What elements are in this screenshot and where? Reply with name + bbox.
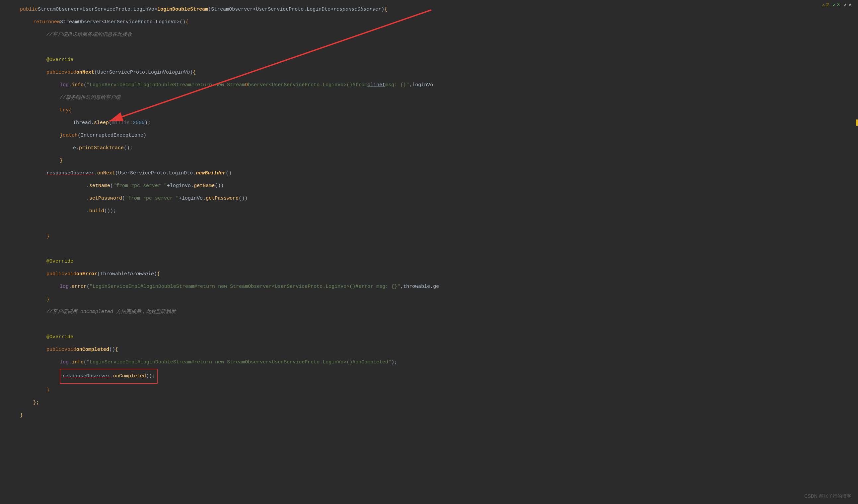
line-33: } <box>20 409 858 422</box>
dot2: . <box>153 16 156 29</box>
dot-resp2: . <box>110 373 113 379</box>
line-6: public void onNext(UserServiceProto.Logi… <box>20 66 858 79</box>
comma-log1: , <box>409 79 412 92</box>
line-10: Thread.sleep( millis: 2000); <box>20 117 858 129</box>
check-badge: ✔ 3 <box>833 2 840 7</box>
paren-onnext-close: ) <box>190 66 193 79</box>
paren-error: ( <box>86 280 90 293</box>
line-13: } <box>20 155 858 167</box>
comment-client-send: //客户端推送给服务端的消息在此接收 <box>46 29 132 41</box>
check-count: 3 <box>837 2 840 7</box>
dot-log1: . <box>69 79 72 92</box>
brace-method-close: } <box>20 409 23 422</box>
class-loginvo3: LoginVo <box>148 66 169 79</box>
line-4 <box>20 41 858 54</box>
var-e: e <box>140 129 143 142</box>
brace-catch-close: } <box>60 155 63 167</box>
hint-millis: millis: <box>112 117 133 129</box>
field-log: log <box>60 79 69 92</box>
paren-setpassword-open: ( <box>122 192 125 205</box>
string-clinet: clinet <box>367 79 385 92</box>
kw-try: try <box>60 104 69 117</box>
paren-build: ()); <box>104 205 116 217</box>
line-14: responseObserver.onNext(UserServiceProto… <box>20 167 858 180</box>
dot-build: . <box>86 205 89 217</box>
var-loginvo3: loginVo <box>182 192 203 205</box>
dot-getpassword: . <box>203 192 206 205</box>
param-generic-close: > <box>331 3 333 16</box>
top-bar: ⚠ 2 ✔ 3 ∧ ∨ <box>822 2 852 7</box>
param-generic: < <box>253 3 256 16</box>
plus2: + <box>179 192 182 205</box>
method-build: build <box>89 205 104 217</box>
line-29: log.info("LoginServiceImpl#loginDoubleSt… <box>20 356 858 369</box>
var-e2: e <box>73 142 76 155</box>
param-class-logindto: LoginDto <box>306 3 331 16</box>
class-userserviceproto: UserServiceProto <box>83 3 130 16</box>
brace-oncompleted-close: } <box>46 384 49 396</box>
line-2: return new StreamObserver<UserServicePro… <box>20 16 858 29</box>
line-15: .setName("from rpc server " + loginVo.ge… <box>20 180 858 192</box>
kw-void-1: void <box>64 66 76 79</box>
kw-new: new <box>51 16 60 29</box>
nav-down-icon[interactable]: ∨ <box>849 2 852 7</box>
line-25: //客户端调用 onCompleted 方法完成后，此处监听触发 <box>20 306 858 318</box>
paren-close: ) <box>381 3 384 16</box>
paren-catch-close: ) <box>143 129 146 142</box>
method-error: error <box>72 280 86 293</box>
line-18 <box>20 217 858 230</box>
var-loginvo-log: loginVo <box>412 79 433 92</box>
brace-open-1: { <box>384 3 387 16</box>
method-info: info <box>72 79 84 92</box>
line-30: responseObserver.onCompleted(); <box>20 369 858 384</box>
dot-setname: . <box>86 180 89 192</box>
class-loginvo2: LoginVo <box>156 16 176 29</box>
annotation-override-3: @Override <box>46 331 73 343</box>
kw-public-2: public <box>46 66 64 79</box>
paren-newbuilder: () <box>226 167 232 180</box>
dot-log3: . <box>69 356 72 369</box>
line-12: e.printStackTrace(); <box>20 142 858 155</box>
num-2000: 2000 <box>133 117 145 129</box>
paren-catch-open: ( <box>78 129 81 142</box>
dot-resp1: . <box>94 167 97 180</box>
string-logoncompleted: "LoginServiceImpl#loginDoubleStream#retu… <box>86 356 391 369</box>
generic-open: < <box>80 3 83 16</box>
watermark: CSDN @张子行的博客 <box>804 493 852 499</box>
class-logindto: LoginDto <box>169 167 193 180</box>
var-responseobserver-2: responseObserver <box>62 373 110 379</box>
paren-info2-close: ); <box>391 356 397 369</box>
line-5: @Override <box>20 54 858 66</box>
line-7: log.info("LoginServiceImpl#loginDoubleSt… <box>20 79 858 92</box>
nav-up-icon[interactable]: ∧ <box>844 2 846 7</box>
string-logerror: "LoginServiceImpl#loginDoubleStream#retu… <box>90 280 400 293</box>
line-26 <box>20 318 858 331</box>
line-16: .setPassword("from rpc server " + loginV… <box>20 192 858 205</box>
method-sleep: sleep <box>94 117 109 129</box>
field-log2: log <box>60 280 69 293</box>
brace-onerror: { <box>157 268 160 280</box>
keyword-public: public <box>20 3 38 16</box>
check-icon: ✔ <box>833 2 836 7</box>
param-throwable: throwable <box>127 268 154 280</box>
code-lines: public StreamObserver<UserServiceProto.L… <box>0 0 858 425</box>
paren-sleep-close: ); <box>145 117 150 129</box>
string-loginfo3: msg: {}" <box>385 79 409 92</box>
comma-log2: , <box>400 280 403 293</box>
dot1: . <box>130 3 133 16</box>
class-interruptedexception: InterruptedException <box>81 129 140 142</box>
method-printstacktrace: printStackTrace <box>79 142 124 155</box>
line-22: public void onError(Throwable throwable)… <box>20 268 858 280</box>
dot-log2: . <box>69 280 72 293</box>
code-editor: ⚠ 2 ✔ 3 ∧ ∨ public StreamObserver<UserSe… <box>0 0 858 504</box>
param-type-streamobserver: StreamObserver <box>211 3 253 16</box>
class-throwable: Throwable <box>100 268 127 280</box>
dot-usp2: . <box>166 167 169 180</box>
paren-onnext-open: ( <box>94 66 97 79</box>
nav-arrows[interactable]: ∧ ∨ <box>844 2 852 7</box>
annotation-override-2: @Override <box>46 255 73 268</box>
class-thread: Thread <box>73 117 91 129</box>
paren-oncompleted2: (); <box>146 373 155 379</box>
kw-catch: catch <box>63 129 78 142</box>
line-20 <box>20 243 858 255</box>
